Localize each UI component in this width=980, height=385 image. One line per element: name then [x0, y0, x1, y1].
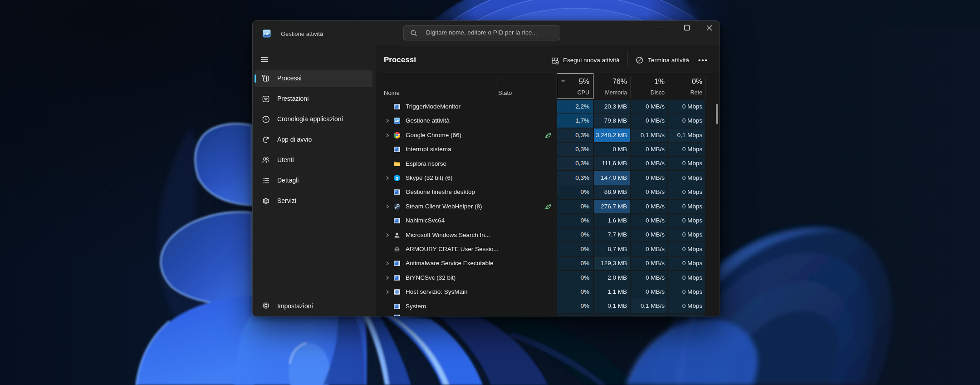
svg-text:S: S: [396, 176, 399, 181]
